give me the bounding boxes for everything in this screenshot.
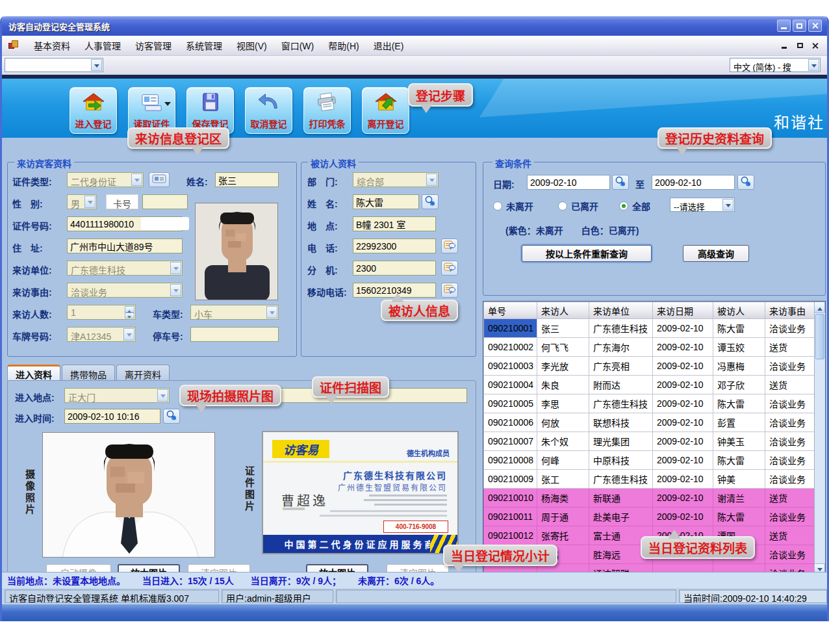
quick-select-combobox[interactable]: [5, 58, 103, 72]
chevron-down-icon[interactable]: [123, 328, 134, 341]
vertical-scrollbar[interactable]: [814, 302, 825, 574]
table-row[interactable]: 090210010杨海类新联通 2009-02-10谢清兰送货: [484, 489, 816, 508]
tab-carried-items[interactable]: 携带物品: [62, 365, 115, 381]
chevron-down-icon[interactable]: [722, 199, 733, 211]
table-row[interactable]: 090210004朱良附而达 2009-02-10邓子欣送货: [484, 376, 816, 394]
entry-time-input[interactable]: [64, 409, 160, 424]
table-row[interactable]: 090210002何飞飞广东海尔 2009-02-10谭玉姣送货: [484, 338, 816, 357]
date-from-picker-button[interactable]: [612, 175, 629, 190]
mdi-close-button[interactable]: [810, 40, 821, 50]
table-row[interactable]: 090210011周于通赴美电子 2009-02-10陈大雷洽谈业务: [484, 508, 816, 526]
cert-type-combobox[interactable]: 二代身份证: [67, 172, 144, 187]
language-selector[interactable]: 中文 (简体) - 搜: [730, 58, 821, 72]
date-to-input[interactable]: [652, 175, 735, 190]
menu-item-view[interactable]: 视图(V): [229, 36, 274, 55]
panel-title: 查询条件: [492, 157, 534, 170]
date-to-picker-button[interactable]: [737, 175, 754, 190]
table-row[interactable]: 090210007朱个奴理光集团 2009-02-10钟美玉洽谈业务: [484, 432, 816, 451]
table-row[interactable]: 090210008何峰中原科技 2009-02-10陈大雷洽谈业务: [484, 451, 816, 470]
mdi-restore-button[interactable]: [795, 40, 805, 50]
visitor-name-input[interactable]: [215, 172, 279, 187]
menu-item-system-management[interactable]: 系统管理: [179, 36, 229, 55]
visit-company-combobox[interactable]: 广东德生科技: [67, 261, 183, 276]
dept-combobox[interactable]: 综合部: [353, 172, 439, 187]
sms-phone-button[interactable]: [441, 238, 458, 253]
scrollbar-thumb[interactable]: [815, 314, 824, 359]
menu-item-help[interactable]: 帮助(H): [321, 36, 366, 55]
card-no-label: 卡号: [106, 194, 138, 209]
cancel-registration-button[interactable]: 取消登记: [245, 87, 292, 134]
column-header-date[interactable]: 来访日期: [653, 302, 713, 319]
table-row[interactable]: 090210003李光放广东亮相 2009-02-10冯惠梅洽谈业务: [484, 357, 816, 376]
column-header-company[interactable]: 来访单位: [589, 302, 653, 319]
chevron-down-icon[interactable]: [157, 389, 168, 402]
column-header-visitor[interactable]: 来访人: [537, 302, 589, 319]
spin-up-icon[interactable]: [125, 306, 134, 313]
radio-all[interactable]: 全部: [619, 200, 650, 213]
tab-entry-data[interactable]: 进入资料: [7, 365, 60, 381]
parking-no-input[interactable]: [190, 327, 279, 342]
menu-item-hr-management[interactable]: 人事管理: [77, 36, 128, 55]
chevron-down-icon[interactable]: [170, 284, 181, 296]
chevron-down-icon[interactable]: [808, 59, 819, 71]
minimize-button[interactable]: [777, 19, 791, 32]
spin-down-icon[interactable]: [125, 313, 134, 319]
location-input[interactable]: [353, 216, 436, 231]
chevron-down-icon[interactable]: [170, 262, 181, 274]
menu-item-visitor-management[interactable]: 访客管理: [128, 36, 179, 55]
radio-not-left[interactable]: 未离开: [493, 200, 533, 213]
entry-location-combobox[interactable]: 正大门: [64, 388, 170, 403]
entry-time-picker-button[interactable]: [163, 409, 180, 424]
radio-selected-icon: [619, 201, 628, 211]
date-from-input[interactable]: [527, 175, 610, 190]
sms-mobile-button[interactable]: [441, 283, 458, 298]
chevron-down-icon[interactable]: [426, 174, 437, 186]
card-no-input[interactable]: [142, 194, 188, 209]
column-header-id[interactable]: 单号: [484, 302, 537, 319]
card-reader-button[interactable]: [149, 172, 170, 187]
table-row[interactable]: 090210009张工广东德生科技 2009-02-10钟美洽谈业务: [484, 470, 816, 489]
column-header-reason[interactable]: 来访事由: [765, 302, 816, 319]
table-row[interactable]: 090210001张三广东德生科技 2009-02-10陈大雷洽谈业务: [484, 319, 816, 338]
sms-ext-button[interactable]: [441, 261, 458, 276]
print-receipt-button[interactable]: 打印凭条: [303, 87, 351, 134]
visited-name-label: 姓 名:: [307, 197, 338, 210]
chevron-down-icon[interactable]: [91, 59, 102, 71]
column-header-host[interactable]: 被访人: [713, 302, 765, 319]
menu-item-exit[interactable]: 退出(E): [366, 36, 411, 55]
address-input[interactable]: [67, 238, 183, 253]
table-row[interactable]: 090210005李思广东德生科技 2009-02-10陈大雷洽谈业务: [484, 394, 816, 413]
chevron-down-icon[interactable]: [164, 102, 171, 109]
visited-name-input[interactable]: [353, 194, 419, 209]
visitor-count-stepper[interactable]: 1: [67, 305, 136, 320]
gender-combobox[interactable]: 男: [67, 194, 97, 209]
parking-no-label: 停车号:: [153, 329, 183, 342]
enter-registration-button[interactable]: 进入登记: [70, 87, 117, 134]
menu-item-window[interactable]: 窗口(W): [274, 36, 322, 55]
plate-no-combobox[interactable]: 津A12345: [67, 327, 136, 342]
leave-registration-button[interactable]: 离开登记: [362, 87, 409, 134]
chevron-down-icon[interactable]: [266, 306, 277, 318]
vehicle-type-combobox[interactable]: 小车: [190, 305, 279, 320]
advanced-query-button[interactable]: 高级查询: [683, 245, 749, 262]
close-button[interactable]: [808, 19, 822, 32]
ext-input[interactable]: [353, 261, 436, 276]
callout-visitor-area: 来访信息登记区: [127, 127, 229, 149]
sms-icon: [444, 240, 455, 253]
callout-history-query: 登记历史资料查询: [657, 127, 772, 149]
visit-reason-combobox[interactable]: 洽谈业务: [67, 283, 183, 298]
restore-button[interactable]: [793, 19, 806, 32]
radio-left[interactable]: 已离开: [558, 200, 598, 213]
tab-leave-data[interactable]: 离开资料: [116, 365, 170, 381]
chevron-down-icon[interactable]: [84, 196, 96, 208]
filter-combobox[interactable]: --请选择: [670, 198, 735, 212]
phone-input[interactable]: [353, 238, 436, 253]
scroll-up-icon[interactable]: [814, 302, 825, 313]
requery-button[interactable]: 按以上条件重新查询: [522, 245, 652, 262]
menu-item-basic-data[interactable]: 基本资料: [27, 36, 77, 55]
mdi-minimize-button[interactable]: [779, 40, 789, 50]
table-row[interactable]: 090210006何放联想科技 2009-02-10彭置洽谈业务: [484, 413, 816, 432]
current-user-text: 用户:admin-超级用户: [222, 589, 333, 603]
search-person-button[interactable]: [422, 194, 439, 209]
chevron-down-icon[interactable]: [131, 174, 142, 186]
